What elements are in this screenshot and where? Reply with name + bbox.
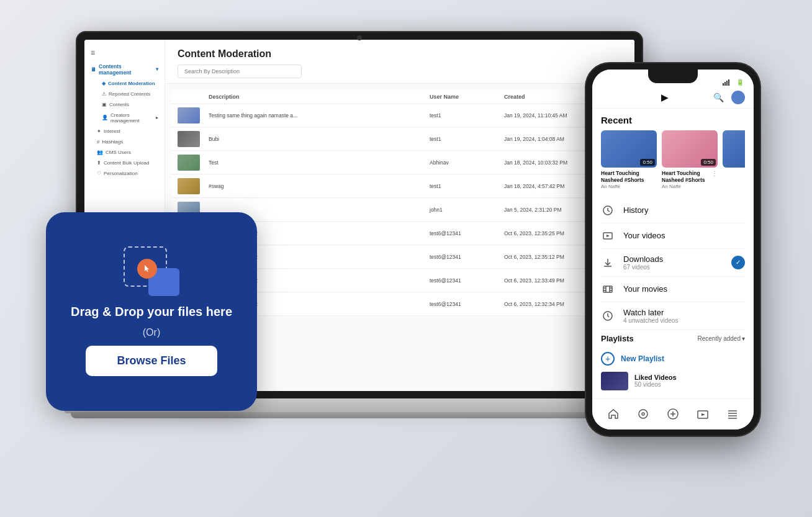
svg-rect-2 [726,81,728,86]
your-movies-text: Your movies [623,284,745,294]
downloads-sublabel: 67 videos [623,264,723,271]
liked-videos-item[interactable]: Liked Videos 50 videos [601,369,745,393]
your-videos-menu-item[interactable]: Your videos [601,223,745,249]
row-username: Abhinav [430,160,504,166]
col-description: Description [209,94,430,100]
sidebar-section-contents[interactable]: 🖥 Contents management ▾ [84,61,165,78]
table-header: Description User Name Created [171,90,628,104]
reported-icon: ⚠ [102,91,106,97]
drag-drop-icon [124,246,179,296]
nav-add-icon[interactable] [664,405,682,423]
svg-point-15 [639,410,647,418]
your-videos-label: Your videos [623,231,745,240]
cms-users-icon: 👥 [97,150,103,155]
svg-rect-0 [723,83,724,86]
your-movies-label: Your movies [623,284,745,294]
playlists-sort[interactable]: Recently added ▾ [698,335,746,342]
phone-header-icons: 🔍 [713,91,745,104]
chevron-right-icon: ▸ [156,115,158,120]
svg-marker-6 [607,235,610,237]
downloads-label: Downloads [623,254,723,264]
sidebar-item-content-moderation[interactable]: ◈ Content Moderation [84,78,165,89]
search-icon[interactable]: 🔍 [713,92,724,102]
video-thumbnail [723,130,745,168]
phone-notch [648,70,698,83]
your-movies-menu-item[interactable]: Your movies [601,277,745,302]
row-username: test6@12341 [430,277,504,284]
row-created: Oct 6, 2023, 12:35:25 PM [504,230,597,236]
sidebar-item-reported-contents[interactable]: ⚠ Reported Contents [84,89,165,99]
sidebar-item-contents[interactable]: ▣ Contents [84,99,165,110]
svg-marker-21 [701,413,705,416]
sidebar-item-hashtags[interactable]: # Hashtags [84,137,165,147]
row-username: test6@12341 [430,230,504,236]
row-created: Oct 6, 2023, 12:32:34 PM [504,301,597,307]
content-mod-icon: ◈ [102,81,106,86]
row-thumbnail [178,178,200,194]
phone-screen: 🔋 ▶ 🔍 Recent 0:50 [592,70,754,429]
laptop-webcam [357,35,362,40]
recent-video-card[interactable] [723,130,745,189]
sort-chevron-icon: ▾ [742,335,745,342]
sidebar-item-personalization[interactable]: ♡ Personalization [84,168,165,179]
sidebar-item-interest[interactable]: ✦ Interest [84,126,165,137]
liked-videos-thumbnail [601,372,628,390]
hamburger-icon[interactable]: ≡ [84,45,165,61]
sidebar-item-creators[interactable]: 👤 Creators management ▸ [84,110,165,126]
row-created: Jan 19, 2024, 1:04:08 AM [504,136,597,142]
search-input[interactable] [178,65,302,78]
nav-explore-icon[interactable] [634,405,652,423]
new-playlist-item[interactable]: + New Playlist [601,348,745,369]
table-row[interactable]: Testing same thing again namaste a... te… [171,104,628,127]
table-row[interactable]: Test Abhinav Jan 18, 2024, 10:03:32 PM P… [171,151,628,174]
history-icon [601,204,615,217]
nav-library-icon[interactable] [723,405,742,423]
table-row[interactable]: Bubi test1 Jan 19, 2024, 1:04:08 AM PE [171,128,628,151]
video-thumbnail: 0:50 [662,130,718,168]
row-username: test1 [430,183,504,189]
phone-content: Recent 0:50 Heart Touching Nasheed #Shor… [592,109,754,398]
col-thumb [178,94,209,100]
video-channel: An Naffe [662,184,718,189]
browse-files-button[interactable]: Browse Files [86,346,217,376]
row-created: Oct 6, 2023, 12:35:12 PM [504,254,597,260]
sidebar-item-cms-users[interactable]: 👥 CMS Users [84,147,165,158]
history-text: History [623,205,745,215]
svg-rect-3 [728,79,729,86]
svg-rect-7 [603,286,612,292]
phone-bottom-nav [592,398,754,429]
svg-point-16 [642,413,644,415]
scene: ≡ 🖥 Contents management ▾ ◈ Content Mode… [34,14,778,504]
sidebar-item-bulk-upload[interactable]: ⬆ Content Bulk Upload [84,158,165,168]
downloads-menu-item[interactable]: Downloads 67 videos ✓ [601,249,745,277]
drag-drop-or: (Or) [143,327,160,338]
phone-header: ▶ 🔍 [592,88,754,109]
bulk-upload-icon: ⬆ [97,160,101,166]
video-title: Heart Touching Nasheed #Shorts [662,170,711,184]
row-username: test6@12341 [430,301,504,307]
row-created: Jan 18, 2024, 10:03:32 PM [504,160,597,166]
recent-video-card[interactable]: 0:50 Heart Touching Nasheed #Shorts ⋮ An… [662,130,718,189]
watch-later-label: Watch later [623,308,745,317]
row-created: Jan 5, 2024, 2:31:20 PM [504,207,597,213]
cursor-icon [137,259,157,279]
row-description: Test [209,160,430,166]
watch-later-menu-item[interactable]: Watch later 4 unwatched videos [601,302,745,330]
avatar[interactable] [731,91,745,104]
recent-section-title: Recent [601,115,745,125]
recent-video-card[interactable]: 0:50 Heart Touching Nasheed #Shorts An N… [601,130,657,189]
add-playlist-icon: + [601,352,615,366]
new-playlist-label: New Playlist [621,354,664,363]
row-description: Bubi [209,136,430,142]
laptop-foot [71,412,648,418]
nav-home-icon[interactable] [604,405,623,423]
nav-subscriptions-icon[interactable] [693,405,712,423]
history-menu-item[interactable]: History [601,198,745,223]
col-created: Created [504,94,597,100]
more-options-icon[interactable]: ⋮ [711,170,718,177]
video-duration: 0:50 [640,159,655,166]
row-username: test1 [430,136,504,142]
table-row[interactable]: #swag test1 Jan 18, 2024, 4:57:42 PM PE [171,175,628,198]
col-username: User Name [430,94,504,100]
video-channel: An Naffe [601,184,657,189]
